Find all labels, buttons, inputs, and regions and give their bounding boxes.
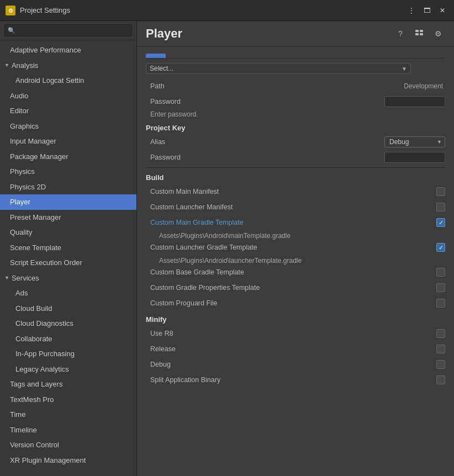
sidebar-item-legacy-analytics[interactable]: Legacy Analytics — [0, 362, 136, 377]
custom-main-manifest-label: Custom Main Manifest — [146, 188, 436, 195]
build-item-4: Custom Base Gradle Template — [146, 266, 445, 279]
sidebar-item-preset-manager[interactable]: Preset Manager — [0, 210, 136, 225]
build-section: Build — [146, 173, 445, 182]
custom-proguard-label: Custom Proguard File — [146, 299, 436, 307]
alias-dropdown[interactable]: Debug Release — [384, 136, 445, 147]
build-item-2: Custom Main Gradle Template ✓ — [146, 216, 445, 229]
custom-launcher-gradle-checkbox[interactable]: ✓ — [436, 243, 445, 252]
sidebar-item-ads[interactable]: Ads — [0, 285, 136, 301]
sidebar-item-tags-and-layers[interactable]: Tags and Layers — [0, 377, 136, 392]
alias-dropdown-wrapper: Debug Release ▼ — [384, 136, 445, 147]
debug-checkbox[interactable] — [436, 360, 445, 369]
path-label: Path — [146, 82, 404, 90]
sidebar: 🔍 Adaptive Performance ▼ Analysis Androi… — [0, 21, 137, 476]
select-arrow-icon: ▼ — [402, 66, 407, 72]
password-row-1: Password — [146, 95, 445, 108]
minify-section: Minify — [146, 315, 445, 324]
sidebar-item-time[interactable]: Time — [0, 407, 136, 422]
sidebar-item-collaborate[interactable]: Collaborate — [0, 331, 136, 347]
split-app-binary-label: Split Application Binary — [146, 376, 436, 384]
minify-item-0: Use R8 — [146, 327, 445, 340]
release-label: Release — [146, 345, 436, 353]
sidebar-list: Adaptive Performance ▼ Analysis Android … — [0, 40, 136, 476]
build-item-6: Custom Proguard File — [146, 297, 445, 310]
sidebar-item-adaptive-performance[interactable]: Adaptive Performance — [0, 43, 136, 58]
debug-label: Debug — [146, 361, 436, 368]
sidebar-item-package-manager[interactable]: Package Manager — [0, 149, 136, 165]
svg-rect-5 — [420, 33, 423, 35]
build-item-5: Custom Gradle Properties Template — [146, 281, 445, 294]
custom-base-gradle-label: Custom Base Gradle Template — [146, 268, 436, 276]
select-dropdown[interactable]: Select... ▼ — [146, 63, 411, 74]
custom-base-gradle-checkbox[interactable] — [436, 268, 445, 277]
password-input-1[interactable] — [384, 96, 445, 107]
password-label-1: Password — [146, 98, 384, 105]
password-input-2[interactable] — [384, 152, 445, 163]
launcher-gradle-path-row: Assets\Plugins\Android\launcherTemplate.… — [146, 256, 445, 265]
search-icon: 🔍 — [8, 27, 15, 34]
project-key-section: Project Key — [146, 124, 445, 132]
sidebar-item-in-app-purchasing[interactable]: In-App Purchasing — [0, 346, 136, 362]
minify-item-1: Release — [146, 342, 445, 356]
split-app-binary-row: Split Application Binary — [146, 373, 445, 387]
build-item-1: Custom Launcher Manifest — [146, 200, 445, 214]
sidebar-item-player[interactable]: Player — [0, 194, 136, 210]
release-checkbox[interactable] — [436, 345, 445, 353]
main-gradle-path: Assets\Plugins\Android\mainTemplate.grad… — [159, 232, 291, 240]
sidebar-item-textmesh-pro[interactable]: TextMesh Pro — [0, 392, 136, 408]
sidebar-item-cloud-diagnostics[interactable]: Cloud Diagnostics — [0, 316, 136, 331]
content-area: Player ? ⚙ — [137, 21, 454, 476]
sidebar-item-physics[interactable]: Physics — [0, 164, 136, 179]
launcher-gradle-path: Assets\Plugins\Android\launcherTemplate.… — [159, 257, 302, 265]
sidebar-item-audio[interactable]: Audio — [0, 88, 136, 104]
build-item-0: Custom Main Manifest — [146, 185, 445, 198]
maximize-button[interactable]: 🗖 — [421, 4, 433, 17]
development-label: Development — [404, 82, 445, 90]
expand-icon-services: ▼ — [4, 274, 9, 282]
password-label-2: Password — [146, 154, 384, 161]
custom-main-gradle-checkbox[interactable]: ✓ — [436, 218, 445, 227]
select-row: Select... ▼ — [146, 62, 445, 75]
layout-button[interactable] — [412, 27, 426, 41]
sidebar-item-android-logcat[interactable]: Android Logcat Settin — [0, 73, 136, 88]
sidebar-item-script-execution-order[interactable]: Script Execution Order — [0, 255, 136, 271]
platform-tab[interactable] — [146, 54, 166, 58]
search-input[interactable] — [4, 24, 132, 36]
page-title: Player — [146, 27, 393, 41]
app-icon: ⚙ — [6, 6, 15, 15]
use-r8-checkbox[interactable] — [436, 329, 445, 338]
sidebar-item-graphics[interactable]: Graphics — [0, 119, 136, 134]
custom-launcher-manifest-label: Custom Launcher Manifest — [146, 203, 436, 211]
sidebar-item-cloud-build[interactable]: Cloud Build — [0, 301, 136, 316]
sidebar-item-editor[interactable]: Editor — [0, 103, 136, 119]
expand-icon: ▼ — [4, 62, 9, 70]
custom-launcher-manifest-checkbox[interactable] — [436, 203, 445, 211]
sidebar-item-services[interactable]: ▼ Services — [0, 271, 136, 286]
settings-button[interactable]: ⚙ — [431, 27, 445, 41]
custom-gradle-properties-checkbox[interactable] — [436, 283, 445, 292]
alias-label: Alias — [146, 138, 384, 146]
sidebar-item-analysis[interactable]: ▼ Analysis — [0, 58, 136, 73]
close-button[interactable]: ✕ — [436, 4, 448, 17]
sidebar-item-timeline[interactable]: Timeline — [0, 422, 136, 438]
sidebar-item-xr-plugin-management[interactable]: XR Plugin Management — [0, 453, 136, 468]
divider-1 — [146, 167, 445, 168]
custom-proguard-checkbox[interactable] — [436, 299, 445, 308]
sidebar-item-version-control[interactable]: Version Control — [0, 437, 136, 453]
use-r8-label: Use R8 — [146, 330, 436, 337]
main-gradle-path-row: Assets\Plugins\Android\mainTemplate.grad… — [146, 231, 445, 240]
custom-main-manifest-checkbox[interactable] — [436, 187, 445, 196]
header-icons: ? ⚙ — [393, 27, 445, 41]
svg-rect-2 — [415, 30, 419, 32]
sidebar-item-physics-2d[interactable]: Physics 2D — [0, 179, 136, 195]
alias-row: Alias Debug Release ▼ — [146, 135, 445, 149]
menu-button[interactable]: ⋮ — [405, 4, 418, 17]
svg-text:⚙: ⚙ — [8, 8, 13, 14]
help-button[interactable]: ? — [393, 27, 408, 41]
build-item-3: Custom Launcher Gradle Template ✓ — [146, 241, 445, 254]
sidebar-item-quality[interactable]: Quality — [0, 225, 136, 240]
split-app-binary-checkbox[interactable] — [436, 375, 445, 384]
sidebar-item-scene-template[interactable]: Scene Template — [0, 240, 136, 256]
sidebar-item-input-manager[interactable]: Input Manager — [0, 134, 136, 149]
custom-main-gradle-label[interactable]: Custom Main Gradle Template — [146, 219, 436, 226]
